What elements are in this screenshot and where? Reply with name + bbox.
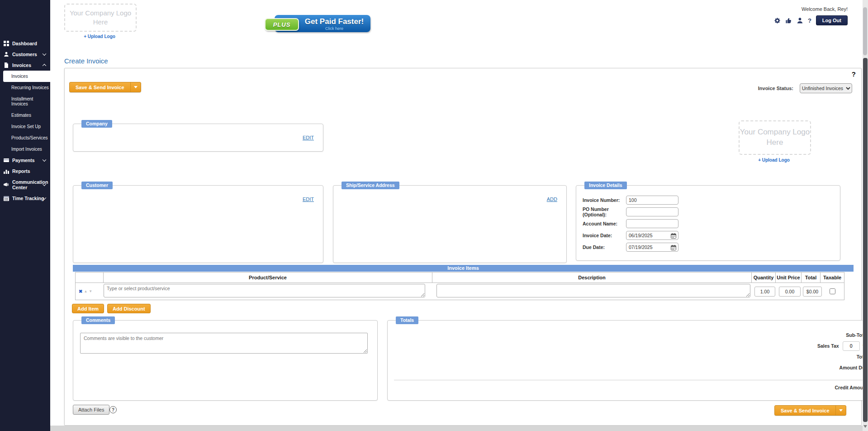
logout-button[interactable]: Log Out <box>816 15 848 25</box>
invoice-number-input[interactable] <box>626 196 678 205</box>
sidebar-subitem-recurring-invoices[interactable]: Recurring Invoices <box>0 82 50 93</box>
customer-section-tab: Customer <box>81 182 113 189</box>
sidebar-item-invoices[interactable]: Invoices <box>0 60 50 71</box>
sidebar-subitem-invoices[interactable]: Invoices <box>3 71 50 82</box>
user-icon <box>4 52 9 57</box>
quantity-input[interactable] <box>754 287 775 297</box>
welcome-message: Welcome Back, Rey! <box>774 6 848 12</box>
invoice-logo-placeholder[interactable]: Your Company Logo Here <box>739 120 811 155</box>
sidebar-subitem-estimates[interactable]: Estimates <box>0 110 50 121</box>
help-icon[interactable]: ? <box>808 17 811 24</box>
sidebar-subitem-invoice-set-up[interactable]: Invoice Set Up <box>0 121 50 132</box>
taxable-checkbox[interactable] <box>830 288 835 294</box>
save-send-dropdown-toggle[interactable] <box>130 82 141 92</box>
header-upload-logo-link[interactable]: + Upload Logo <box>84 34 115 39</box>
invoice-number-label: Invoice Number: <box>583 197 626 203</box>
add-discount-button[interactable]: Add Discount <box>107 304 151 313</box>
sidebar-item-dashboard[interactable]: Dashboard <box>0 38 50 49</box>
totals-divider <box>394 380 868 380</box>
po-number-input[interactable] <box>626 207 678 216</box>
invoice-items-table: Product/Service Description Quantity Uni… <box>75 272 844 300</box>
attach-files-help-icon[interactable]: ? <box>109 406 117 413</box>
row-total-input[interactable] <box>803 287 822 297</box>
chevron-down-icon <box>43 52 46 56</box>
po-number-label: PO Number (Optional): <box>583 206 626 217</box>
calendar-picker-icon[interactable] <box>671 232 676 238</box>
bottom-strip <box>50 426 863 431</box>
sidebar-subitem-products-services[interactable]: Products/Services <box>0 132 50 144</box>
sidebar-label: Invoices <box>12 62 31 68</box>
sales-tax-percent-input[interactable] <box>843 341 860 351</box>
items-table-header-row: Product/Service Description Quantity Uni… <box>76 272 844 283</box>
chevron-up-icon <box>43 64 46 67</box>
dashboard-grid-icon <box>4 41 9 46</box>
sidebar-label: Dashboard <box>12 41 37 46</box>
bar-chart-icon <box>4 168 9 174</box>
invoice-details-section-tab: Invoice Details <box>584 182 627 189</box>
comments-section-tab: Comments <box>81 316 115 324</box>
save-send-label: Save & Send Invoice <box>775 406 835 415</box>
user-profile-icon[interactable] <box>797 17 803 24</box>
unit-price-input[interactable] <box>779 287 801 297</box>
caret-down-icon <box>134 86 138 88</box>
row-move-down-icon[interactable]: ▼ <box>89 290 92 293</box>
scrollbar-thumb[interactable] <box>863 7 867 55</box>
invoice-status-select[interactable]: Unfinished Invoices <box>800 83 852 93</box>
column-header-taxable: Taxable <box>821 272 844 283</box>
add-item-button[interactable]: Add Item <box>72 304 104 313</box>
save-send-invoice-button-top[interactable]: Save & Send Invoice <box>69 82 141 92</box>
sidebar: Dashboard Customers Invoices Invoices Re… <box>0 0 50 431</box>
file-icon <box>4 62 9 68</box>
sidebar-label: Reports <box>12 168 30 174</box>
product-service-input[interactable] <box>104 284 425 297</box>
sidebar-label: Time Tracking <box>12 196 44 201</box>
save-send-dropdown-toggle[interactable] <box>835 406 846 415</box>
plus-badge: PLUS <box>265 18 299 31</box>
comments-input[interactable] <box>80 333 368 354</box>
sidebar-item-reports[interactable]: Reports <box>0 166 50 177</box>
sidebar-item-communication-center[interactable]: Communication Center <box>0 177 50 193</box>
description-input[interactable] <box>436 284 750 297</box>
save-send-invoice-button-bottom[interactable]: Save & Send Invoice <box>774 405 846 416</box>
chevron-down-icon <box>43 158 46 162</box>
account-name-input[interactable] <box>626 219 678 228</box>
banner-click-here-link[interactable]: Click here <box>298 26 370 31</box>
column-header-quantity: Quantity <box>752 272 776 283</box>
sidebar-subitem-installment-invoices[interactable]: Installment Invoices <box>0 93 50 110</box>
thumbs-up-icon[interactable] <box>785 17 792 24</box>
top-header: Your Company Logo Here + Upload Logo Get… <box>50 0 863 42</box>
scrollbar-dark-region[interactable] <box>863 58 868 422</box>
due-date-label: Due Date: <box>583 244 626 250</box>
delete-row-icon[interactable]: ✖ <box>79 289 82 294</box>
header-logo-placeholder[interactable]: Your Company Logo Here <box>64 4 137 32</box>
company-section-tab: Company <box>81 120 112 128</box>
calendar-picker-icon[interactable] <box>671 244 676 249</box>
caret-down-icon <box>839 409 843 412</box>
invoice-date-label: Invoice Date: <box>583 233 626 238</box>
customer-edit-link[interactable]: EDIT <box>303 196 314 202</box>
account-name-label: Account Name: <box>583 221 626 226</box>
gear-icon[interactable] <box>774 17 781 24</box>
invoice-upload-logo-link[interactable]: + Upload Logo <box>758 158 790 163</box>
ship-address-add-link[interactable]: ADD <box>547 196 557 202</box>
customer-section: Customer EDIT <box>73 185 323 263</box>
sidebar-item-time-tracking[interactable]: Time Tracking <box>0 193 50 204</box>
invoice-item-row: ✖ ▲ ▼ <box>76 283 844 300</box>
credit-card-icon <box>4 158 9 163</box>
totals-section-tab: Totals <box>396 316 418 324</box>
page-title: Create Invoice <box>64 57 108 65</box>
totals-section: Totals Sub-Total Sales Tax % Total Amoun… <box>387 320 868 401</box>
company-edit-link[interactable]: EDIT <box>303 135 314 140</box>
row-move-up-icon[interactable]: ▲ <box>84 290 87 293</box>
sidebar-item-payments[interactable]: Payments <box>0 155 50 166</box>
attach-files-button[interactable]: Attach Files <box>73 405 109 415</box>
sidebar-subitem-import-invoices[interactable]: Import Invoices <box>0 144 50 155</box>
invoice-details-section: Invoice Details Invoice Number: PO Numbe… <box>576 185 840 261</box>
panel-help-icon[interactable]: ? <box>852 70 856 78</box>
invoice-items-header-bar: Invoice Items <box>73 265 854 272</box>
scrollbar-down-arrow-icon[interactable] <box>863 425 867 428</box>
column-header-product: Product/Service <box>104 272 432 283</box>
column-header-unit-price: Unit Price <box>776 272 802 283</box>
sales-tax-label: Sales Tax <box>817 343 839 349</box>
sidebar-item-customers[interactable]: Customers <box>0 49 50 60</box>
